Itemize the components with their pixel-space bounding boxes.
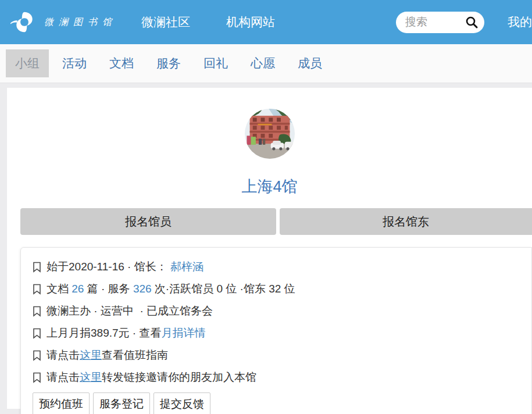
search-input[interactable] [404,15,462,29]
status-text: 微澜主办 · 运营中 · 已成立馆务会 [47,300,213,322]
docs-count-link[interactable]: 26 [72,278,84,300]
stats-text-2: 篇 · 服务 [84,278,133,300]
bookmark-icon [33,262,41,273]
info-line-invite: 请点击这里转发链接邀请你的朋友加入本馆 [33,366,531,388]
bookmark-icon [33,328,41,339]
info-line-donation: 上月月捐389.7元 · 查看月捐详情 [33,322,531,344]
tab-gifts[interactable]: 回礼 [194,49,237,77]
tab-wishes[interactable]: 心愿 [241,49,284,77]
invite-here-link[interactable]: 这里 [80,366,102,388]
nav-org-website[interactable]: 机构网站 [226,14,275,30]
search-icon[interactable] [465,15,479,29]
top-header: 微澜图书馆 微澜社区 机构网站 我的 [0,0,532,44]
nav-my-account[interactable]: 我的 [508,14,532,30]
stats-text-3: 次·活跃馆员 0 位 ·馆东 32 位 [152,278,295,300]
group-avatar[interactable] [245,109,295,159]
tab-group[interactable]: 小组 [6,49,49,77]
search-box[interactable] [396,12,484,33]
info-line-founded: 始于2020-11-16 · 馆长： 郝梓涵 [33,256,531,278]
duty-guide-here-link[interactable]: 这里 [80,344,102,366]
site-logo-text: 微澜图书馆 [44,16,117,28]
invite-text-1: 请点击 [47,366,80,388]
founded-text: 始于2020-11-16 · 馆长： [47,256,170,278]
nav-weilan-community[interactable]: 微澜社区 [141,14,190,30]
bookmark-icon [33,372,41,383]
reserve-duty-button[interactable]: 预约值班 [33,392,90,414]
group-info-card: 始于2020-11-16 · 馆长： 郝梓涵 文档 26 篇 · 服务 326 … [20,247,532,414]
bookmark-icon [33,306,41,317]
signup-buttons: 报名馆员 报名馆东 [20,208,532,235]
submit-feedback-button[interactable]: 提交反馈 [153,392,210,414]
top-nav: 微澜社区 机构网站 [141,14,311,30]
bookmark-icon [33,350,41,361]
group-title: 上海4馆 [7,176,532,197]
tab-members[interactable]: 成员 [288,49,331,77]
duty-guide-text-1: 请点击 [47,344,80,366]
bookmark-icon [33,284,41,295]
signup-guandong-button[interactable]: 报名馆东 [280,208,532,235]
donation-detail-link[interactable]: 月捐详情 [161,322,205,344]
tab-documents[interactable]: 文档 [100,49,143,77]
quick-actions: 预约值班 服务登记 提交反馈 [33,392,531,414]
main-content: 上海4馆 报名馆员 报名馆东 始于2020-11-16 · 馆长： 郝梓涵 文档… [0,83,532,409]
services-count-link[interactable]: 326 [133,278,152,300]
stats-text-1: 文档 [47,278,72,300]
info-line-stats: 文档 26 篇 · 服务 326 次·活跃馆员 0 位 ·馆东 32 位 [33,278,531,300]
weilan-wave-logo-icon [9,8,40,36]
librarian-chief-link[interactable]: 郝梓涵 [170,256,203,278]
signup-librarian-button[interactable]: 报名馆员 [20,208,276,235]
group-card: 上海4馆 报名馆员 报名馆东 始于2020-11-16 · 馆长： 郝梓涵 文档… [7,88,532,409]
info-line-status: 微澜主办 · 运营中 · 已成立馆务会 [33,300,531,322]
duty-guide-text-2: 查看值班指南 [102,344,168,366]
info-line-duty-guide: 请点击这里查看值班指南 [33,344,531,366]
donation-text: 上月月捐389.7元 · 查看 [47,322,161,344]
tab-services[interactable]: 服务 [147,49,190,77]
site-logo[interactable]: 微澜图书馆 [9,8,117,36]
invite-text-2: 转发链接邀请你的朋友加入本馆 [102,366,256,388]
tab-activities[interactable]: 活动 [53,49,96,77]
service-register-button[interactable]: 服务登记 [93,392,150,414]
group-tabbar: 小组 活动 文档 服务 回礼 心愿 成员 [0,44,532,83]
